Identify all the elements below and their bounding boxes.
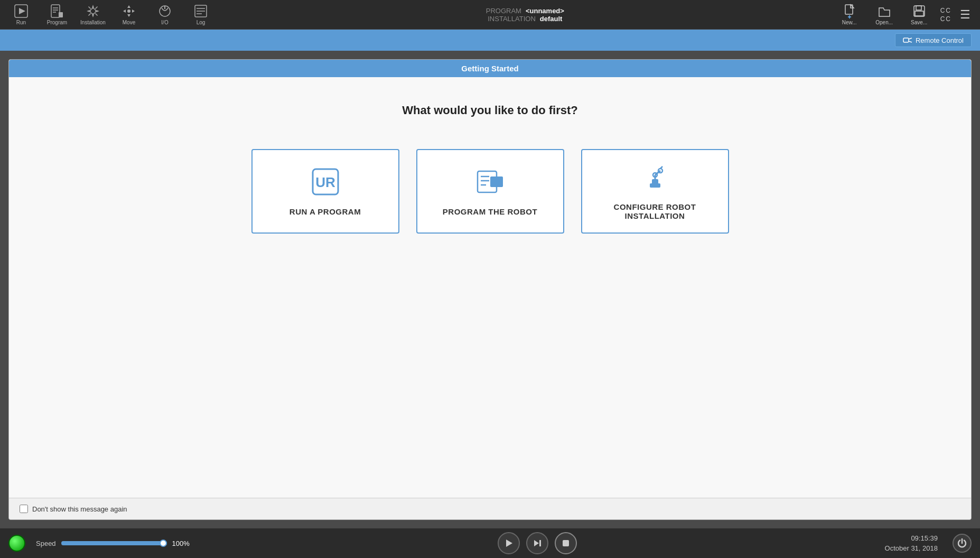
program-robot-icon [475,167,505,200]
nav-program[interactable]: Program [40,1,74,29]
svg-marker-8 [127,5,130,8]
dialog-question: What would you like to do first? [402,104,577,117]
stop-icon [561,538,571,548]
move-icon [122,4,136,18]
run-program-label: RUN A PROGRAM [290,207,361,216]
svg-marker-11 [132,10,135,13]
cc-2: C [946,7,950,14]
cc-1: C [940,7,945,14]
remote-control-bar: Remote Control [0,30,980,51]
speed-slider[interactable] [61,541,167,545]
installation-icon [86,4,100,18]
cc-3: C [940,15,945,23]
program-robot-button[interactable]: PROGRAM THE ROBOT [416,149,564,234]
svg-point-7 [90,8,96,14]
nav-log[interactable]: Log [184,1,218,29]
speed-value: 100% [172,540,190,547]
io-icon [157,4,172,18]
run-icon [14,4,29,18]
svg-rect-45 [563,540,569,546]
power-icon [957,538,967,548]
nav-move-label: Move [123,20,135,25]
remote-icon [903,36,912,44]
new-file-icon [842,4,857,18]
svg-rect-2 [51,5,60,17]
play-button[interactable] [498,532,520,554]
step-button[interactable] [526,532,548,554]
step-icon [533,538,542,548]
nav-program-label: Program [47,20,67,25]
svg-rect-23 [916,6,921,10]
configure-robot-icon [640,162,670,195]
status-light [8,535,25,552]
stop-button[interactable] [555,532,577,554]
configure-robot-label: CONFIGURE ROBOT INSTALLATION [602,202,708,220]
svg-line-41 [660,166,662,169]
play-icon [504,538,514,548]
svg-rect-31 [490,176,503,187]
svg-rect-36 [652,179,658,184]
svg-line-27 [909,41,912,42]
svg-marker-43 [534,540,539,546]
hamburger-menu[interactable]: ☰ [955,4,976,25]
svg-marker-10 [123,10,126,13]
main-content: Getting Started What would you like to d… [0,51,980,528]
open-icon [877,4,892,18]
cc-block: C C C C [940,7,950,23]
svg-text:UR: UR [315,174,335,190]
nav-move[interactable]: Move [112,1,146,29]
program-label: PROGRAM [486,7,521,15]
remote-control-label: Remote Control [916,36,964,44]
program-value: <unnamed> [526,7,564,15]
dont-show-text: Don't show this message again [32,505,127,513]
run-program-button[interactable]: UR RUN A PROGRAM [251,149,399,234]
svg-rect-25 [903,38,909,42]
new-button[interactable]: New... [833,1,866,29]
time-display: 09:15:39 [885,533,938,544]
program-icon [50,4,64,18]
svg-rect-6 [59,12,63,17]
save-label: Save... [911,20,927,25]
cc-4: C [946,15,950,23]
ur-logo-icon: UR [311,167,340,200]
speed-slider-thumb[interactable] [160,540,167,547]
dialog-footer: Don't show this message again [9,498,971,519]
nav-log-label: Log [197,20,206,25]
svg-rect-24 [915,11,923,16]
svg-marker-9 [127,14,130,17]
file-actions: New... Open... Save... [833,1,936,29]
installation-value: default [540,15,563,23]
configure-robot-button[interactable]: CONFIGURE ROBOT INSTALLATION [581,149,729,234]
svg-marker-1 [19,8,25,14]
svg-rect-44 [539,540,541,546]
nav-run-label: Run [16,20,26,25]
nav-bar: Run Program Installation [4,1,218,29]
svg-point-12 [127,10,130,13]
nav-installation-label: Installation [80,20,106,25]
save-button[interactable]: Save... [902,1,936,29]
getting-started-dialog: Getting Started What would you like to d… [8,59,972,520]
nav-io-label: I/O [161,20,168,25]
program-robot-label: PROGRAM THE ROBOT [443,207,537,216]
bottombar: Speed 100% 09:15:39 October 31, 2018 [0,528,980,558]
remote-control-button[interactable]: Remote Control [895,33,972,47]
dialog-body: What would you like to do first? UR RUN … [9,77,971,498]
open-label: Open... [875,20,893,25]
nav-run[interactable]: Run [4,1,38,29]
date-display: October 31, 2018 [885,543,938,554]
dont-show-checkbox-label[interactable]: Don't show this message again [20,505,127,513]
new-label: New... [842,20,857,25]
speed-label: Speed [36,540,56,547]
dont-show-checkbox[interactable] [20,505,28,513]
svg-marker-42 [506,540,512,547]
nav-io[interactable]: I/O [148,1,182,29]
topbar: Run Program Installation [0,0,980,30]
playback-controls [200,532,874,554]
log-icon [193,4,208,18]
topbar-right: C C C C ☰ [940,4,976,25]
power-button[interactable] [953,534,972,553]
installation-label: INSTALLATION [488,15,536,23]
open-button[interactable]: Open... [867,1,901,29]
nav-installation[interactable]: Installation [76,1,110,29]
dialog-titlebar: Getting Started [9,60,971,77]
